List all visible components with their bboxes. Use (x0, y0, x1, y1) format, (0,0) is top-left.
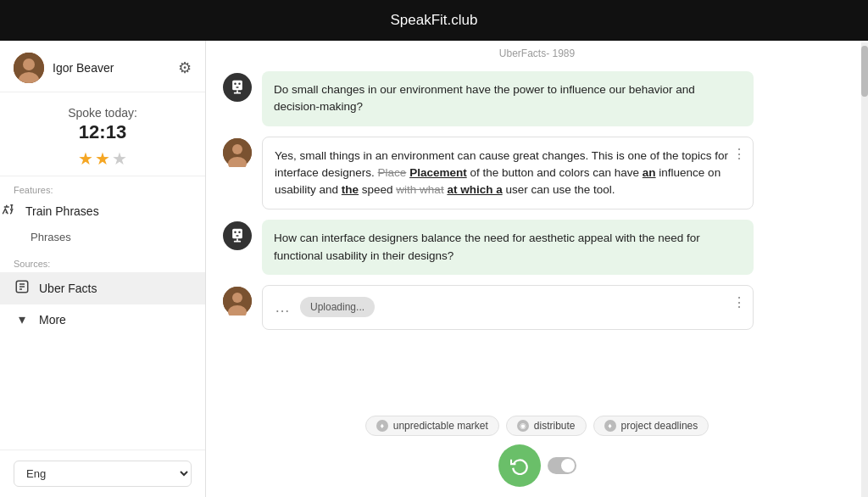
scrollbar-track[interactable] (861, 42, 868, 497)
svg-rect-7 (232, 81, 242, 91)
sidebar-item-phrases[interactable]: Phrases (0, 224, 205, 250)
star-2: ★ (95, 148, 110, 169)
message-menu-icon[interactable]: ⋮ (732, 144, 746, 165)
strikethrough-text-2: with what (396, 183, 443, 196)
chat-source-label: UberFacts- 1989 (206, 41, 868, 63)
uber-facts-label: Uber Facts (39, 282, 97, 295)
suggestion-chip-3[interactable]: ♦ project deadlines (593, 416, 709, 436)
svg-rect-21 (234, 241, 241, 243)
svg-point-1 (23, 59, 35, 70)
translate-icon (0, 202, 17, 221)
uploading-bubble: … Uploading... ⋮ (262, 285, 754, 330)
uploading-dots: … (275, 296, 292, 319)
phrases-label: Phrases (31, 231, 71, 243)
svg-rect-19 (236, 235, 238, 237)
language-select[interactable]: Eng Esp Fra Deu (14, 461, 192, 487)
record-toggle[interactable] (548, 457, 576, 474)
message-row: Yes, small things in an environment can … (223, 137, 851, 210)
sidebar-item-uber-facts[interactable]: Uber Facts (0, 272, 205, 304)
suggestion-chip-1[interactable]: ♦ unpredictable market (365, 416, 499, 436)
user-message-bubble: Yes, small things in an environment can … (262, 137, 754, 210)
corrected-word-2: the (342, 183, 359, 196)
message-row: Do small changes in our environment have… (223, 71, 851, 126)
chat-messages: Do small changes in our environment have… (206, 63, 868, 409)
uploading-content: … Uploading... (275, 296, 741, 319)
chip-icon-1: ♦ (376, 420, 388, 432)
chat-bottom: ♦ unpredictable market ◉ distribute ♦ pr… (206, 409, 868, 497)
spoke-time: 12:13 (0, 121, 205, 143)
svg-point-23 (232, 293, 242, 303)
more-label: More (39, 313, 66, 327)
bot-avatar-2 (223, 221, 252, 250)
bot-message-text: Do small changes in our environment have… (274, 83, 695, 113)
scrollbar-thumb[interactable] (861, 46, 868, 97)
spoke-today-section: Spoke today: 12:13 ★ ★ ★ (0, 92, 205, 176)
star-1: ★ (78, 148, 93, 169)
sidebar-header: Igor Beaver ⚙ (0, 41, 205, 92)
svg-point-17 (234, 232, 236, 234)
suggestion-label-3: project deadlines (621, 420, 698, 432)
chip-icon-3: ♦ (604, 420, 616, 432)
bot-message-bubble-2: How can interface designers balance the … (262, 220, 754, 275)
sidebar-item-train-phrases[interactable]: Train Phrases (0, 198, 205, 224)
record-button[interactable] (498, 444, 541, 487)
message-row: How can interface designers balance the … (223, 220, 851, 275)
chip-icon-2: ◉ (517, 420, 529, 432)
suggestions-row: ♦ unpredictable market ◉ distribute ♦ pr… (223, 416, 851, 436)
suggestion-label-2: distribute (534, 420, 576, 432)
toggle-knob (561, 459, 575, 472)
record-row (223, 444, 851, 487)
gear-icon[interactable]: ⚙ (178, 59, 192, 77)
user-message-text: Yes, small things in an environment can … (275, 149, 728, 197)
features-label: Features: (0, 176, 205, 198)
svg-point-14 (232, 144, 242, 154)
train-phrases-label: Train Phrases (25, 204, 99, 218)
user-avatar-chat (223, 138, 252, 167)
suggestion-label-1: unpredictable market (393, 420, 488, 432)
avatar-image (14, 53, 44, 83)
spoke-label: Spoke today: (0, 106, 205, 120)
corrected-phrase: at which a (447, 183, 502, 196)
sources-label: Sources: (0, 250, 205, 272)
main-layout: Igor Beaver ⚙ Spoke today: 12:13 ★ ★ ★ F… (0, 41, 868, 497)
sidebar-item-more[interactable]: ▾ More (0, 304, 205, 334)
message-row-uploading: … Uploading... ⋮ (223, 285, 851, 330)
bot-message-text-2: How can interface designers balance the … (274, 232, 700, 261)
bot-message-bubble: Do small changes in our environment have… (262, 71, 754, 126)
svg-rect-10 (236, 87, 238, 88)
uploading-badge: Uploading... (300, 297, 375, 317)
svg-point-18 (238, 232, 241, 234)
top-bar: SpeakFit.club (0, 0, 868, 41)
stars-row: ★ ★ ★ (0, 148, 205, 169)
svg-rect-12 (234, 92, 241, 94)
sidebar: Igor Beaver ⚙ Spoke today: 12:13 ★ ★ ★ F… (0, 41, 206, 497)
suggestion-chip-2[interactable]: ◉ distribute (506, 416, 587, 436)
sidebar-footer: Eng Esp Fra Deu (0, 450, 205, 497)
avatar (14, 53, 44, 83)
user-avatar-uploading (223, 287, 252, 316)
uberfacts-icon (14, 279, 31, 298)
message-menu-uploading[interactable]: ⋮ (732, 293, 746, 313)
corrected-text: Placement (409, 166, 467, 179)
chat-area: UberFacts- 1989 Do small changes in o (206, 41, 868, 497)
user-name: Igor Beaver (53, 61, 114, 75)
corrected-word: an (643, 166, 656, 179)
strikethrough-text: Place (378, 166, 407, 179)
star-3: ★ (112, 148, 127, 169)
svg-point-9 (238, 83, 241, 86)
svg-rect-16 (232, 229, 242, 239)
app-title: SpeakFit.club (391, 12, 478, 28)
bot-avatar (223, 73, 252, 102)
sidebar-user: Igor Beaver (14, 53, 114, 83)
svg-point-8 (234, 83, 236, 86)
chevron-down-icon: ▾ (14, 311, 31, 327)
